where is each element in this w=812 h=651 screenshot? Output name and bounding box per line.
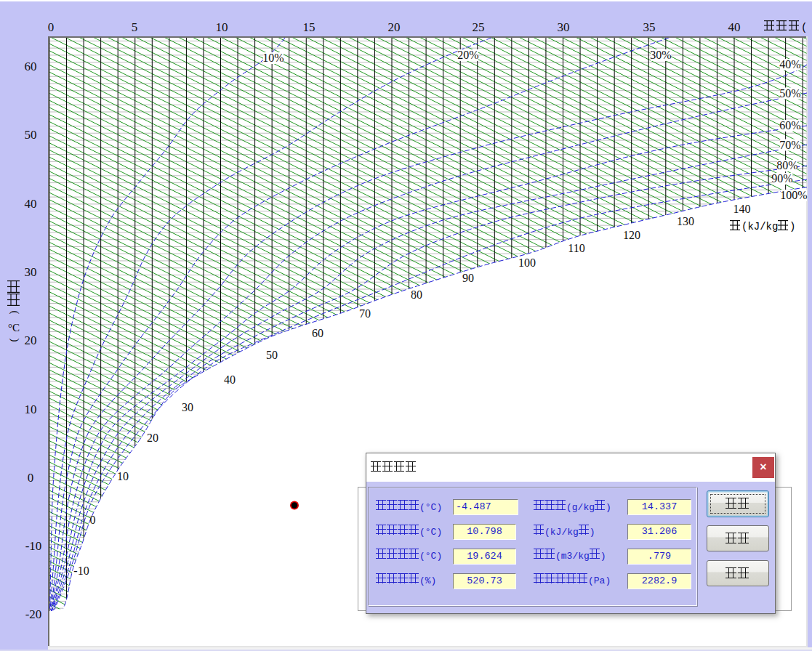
svg-text:-10: -10: [73, 565, 89, 577]
svg-text:): ): [9, 339, 21, 342]
svg-text:90: 90: [462, 272, 474, 284]
svg-text:50%: 50%: [779, 87, 800, 100]
svg-text:100: 100: [518, 256, 536, 269]
svg-text:70: 70: [359, 307, 371, 320]
svg-text:130: 130: [677, 215, 694, 227]
svg-text:10: 10: [216, 20, 228, 34]
svg-text:(: (: [9, 311, 21, 315]
svg-text:60: 60: [25, 60, 37, 73]
svg-text:5: 5: [132, 20, 138, 34]
svg-text:(kJ/kg: (kJ/kg: [741, 221, 778, 232]
svg-text:20: 20: [25, 333, 37, 347]
svg-text:50: 50: [266, 349, 278, 361]
svg-text:0: 0: [28, 471, 34, 485]
svg-text:40: 40: [25, 197, 37, 211]
svg-text:-20: -20: [25, 607, 42, 621]
svg-text:20: 20: [147, 432, 158, 444]
svg-text:10%: 10%: [262, 52, 284, 64]
svg-text:20%: 20%: [457, 49, 478, 61]
svg-text:40: 40: [224, 373, 236, 386]
svg-text:0: 0: [48, 20, 55, 34]
svg-text:40%: 40%: [779, 58, 800, 70]
svg-text:100%: 100%: [780, 189, 807, 201]
svg-text:30: 30: [25, 265, 37, 279]
svg-text:): ): [789, 221, 795, 232]
svg-text:-10: -10: [25, 539, 42, 553]
svg-text:15: 15: [303, 20, 315, 34]
svg-text:60: 60: [312, 327, 323, 339]
svg-text:120: 120: [623, 229, 640, 241]
svg-text:30: 30: [558, 20, 570, 34]
svg-text:(: (: [801, 22, 807, 33]
svg-text:90%: 90%: [771, 172, 792, 185]
svg-text:35: 35: [643, 20, 656, 34]
svg-text:80: 80: [411, 288, 422, 301]
svg-text:110: 110: [568, 242, 584, 254]
svg-text:60%: 60%: [779, 119, 800, 132]
svg-text:30%: 30%: [650, 49, 671, 61]
svg-text:50: 50: [25, 128, 37, 142]
svg-text:°C: °C: [8, 322, 20, 333]
svg-text:80%: 80%: [776, 159, 797, 171]
svg-text:20: 20: [388, 20, 401, 34]
svg-text:10: 10: [117, 470, 129, 482]
svg-text:140: 140: [733, 203, 751, 215]
svg-text:25: 25: [473, 20, 485, 34]
svg-text:40: 40: [728, 20, 741, 34]
svg-text:10: 10: [25, 403, 37, 416]
svg-text:0: 0: [90, 514, 96, 526]
svg-text:70%: 70%: [779, 139, 800, 151]
svg-text:30: 30: [182, 401, 193, 413]
